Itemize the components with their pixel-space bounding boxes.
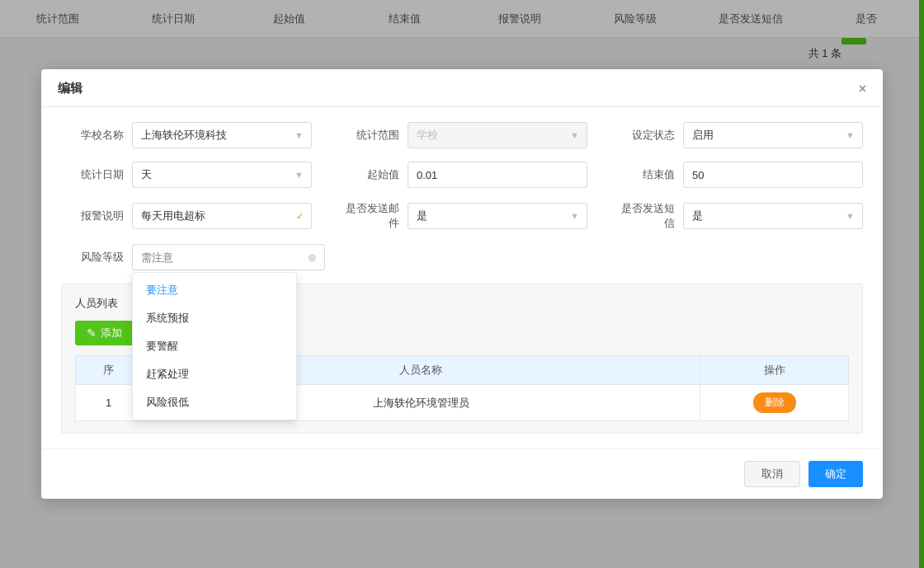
start-value-group: 起始值 [337, 162, 587, 188]
risk-level-label: 风险等级 [61, 250, 124, 265]
risk-level-group: 风险等级 ⊗ 要注意 系统预报 要警醒 赶紧处理 风险很低 [61, 244, 325, 270]
add-personnel-button[interactable]: ✎ 添加 [75, 321, 134, 345]
send-sms-group: 是否发送短信 ▼ [612, 201, 863, 231]
close-button[interactable]: × [859, 82, 866, 96]
start-value-label: 起始值 [337, 167, 399, 182]
send-sms-select-wrapper: ▼ [683, 203, 863, 229]
report-desc-label: 报警说明 [61, 209, 124, 223]
add-icon: ✎ [87, 326, 97, 340]
edit-dialog: 编辑 × 学校名称 ▼ 统计范围 ▼ [41, 69, 883, 499]
school-name-group: 学校名称 ▼ [61, 122, 312, 148]
form-row-1: 学校名称 ▼ 统计范围 ▼ 设定状态 [61, 122, 863, 148]
stat-date-input[interactable] [132, 162, 312, 188]
school-name-label: 学校名称 [61, 128, 124, 143]
stat-date-select-wrapper: ▼ [132, 162, 312, 188]
stat-date-group: 统计日期 ▼ [61, 162, 312, 188]
school-name-select-wrapper: ▼ [132, 122, 312, 148]
send-email-group: 是否发送邮件 ▼ [337, 201, 587, 231]
stat-date-label: 统计日期 [61, 167, 124, 182]
modal-overlay: 编辑 × 学校名称 ▼ 统计范围 ▼ [0, 0, 924, 568]
risk-level-dropdown: 要注意 系统预报 要警醒 赶紧处理 风险很低 [132, 272, 297, 420]
risk-level-input[interactable] [132, 244, 325, 270]
send-email-label: 是否发送邮件 [337, 201, 399, 231]
school-name-input[interactable] [132, 122, 312, 148]
set-status-group: 设定状态 ▼ [612, 122, 863, 148]
report-desc-select-wrapper: ✓ [132, 203, 312, 229]
set-status-select-wrapper: ▼ [683, 122, 863, 148]
dropdown-item-4[interactable]: 风险很低 [133, 388, 296, 416]
send-email-select-wrapper: ▼ [408, 203, 587, 229]
dropdown-item-2[interactable]: 要警醒 [133, 332, 296, 360]
send-sms-input[interactable] [683, 203, 863, 229]
end-value-label: 结束值 [612, 167, 675, 182]
set-status-input[interactable] [683, 122, 863, 148]
end-value-input[interactable] [683, 162, 863, 188]
start-value-input[interactable] [408, 162, 587, 188]
set-status-label: 设定状态 [612, 128, 675, 143]
dialog-body: 学校名称 ▼ 统计范围 ▼ 设定状态 [41, 107, 883, 448]
send-email-input[interactable] [408, 203, 587, 229]
dialog-title: 编辑 [58, 81, 82, 96]
dialog-footer: 取消 确定 [41, 448, 883, 499]
dropdown-item-1[interactable]: 系统预报 [133, 304, 296, 332]
report-desc-input[interactable] [132, 203, 312, 229]
send-sms-label: 是否发送短信 [612, 201, 675, 231]
delete-button[interactable]: 删除 [753, 392, 796, 413]
form-row-2: 统计日期 ▼ 起始值 结束值 [61, 162, 863, 188]
form-row-4: 风险等级 ⊗ 要注意 系统预报 要警醒 赶紧处理 风险很低 [61, 244, 863, 270]
dropdown-item-0[interactable]: 要注意 [133, 276, 296, 304]
risk-level-input-wrapper: ⊗ 要注意 系统预报 要警醒 赶紧处理 风险很低 [132, 244, 325, 270]
end-value-group: 结束值 [612, 162, 863, 188]
add-btn-label: 添加 [101, 326, 122, 340]
row-action: 删除 [700, 385, 849, 421]
stat-range-select-wrapper: ▼ [408, 122, 587, 148]
dialog-header: 编辑 × [41, 69, 883, 107]
cancel-button[interactable]: 取消 [744, 461, 800, 487]
stat-range-group: 统计范围 ▼ [337, 122, 587, 148]
dropdown-item-3[interactable]: 赶紧处理 [133, 360, 296, 388]
report-desc-group: 报警说明 ✓ [61, 203, 312, 229]
stat-range-label: 统计范围 [337, 128, 399, 143]
confirm-button[interactable]: 确定 [808, 461, 863, 487]
stat-range-input[interactable] [408, 122, 587, 148]
col-action: 操作 [700, 356, 849, 385]
form-row-3: 报警说明 ✓ 是否发送邮件 ▼ 是否发送短信 [61, 201, 863, 231]
